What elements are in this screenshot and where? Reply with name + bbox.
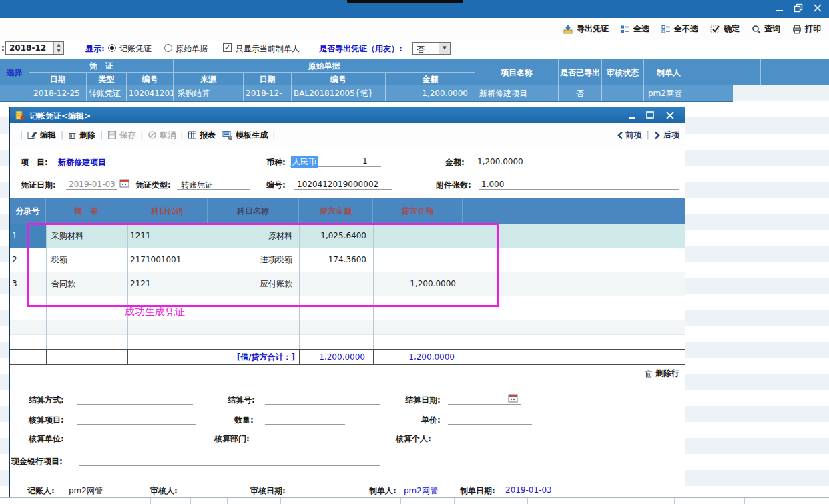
- entry-cell-name[interactable]: 原材料: [208, 224, 292, 248]
- cancel-button[interactable]: 取消: [148, 130, 176, 141]
- list-row-selected[interactable]: 2018-12-25 转账凭证 10204120186 采购结算 2018-12…: [0, 85, 733, 101]
- project-value-link[interactable]: 新桥修建项目: [58, 157, 106, 168]
- grid-header-debit: 借方金额: [299, 198, 373, 224]
- entry-row-empty[interactable]: [10, 335, 685, 349]
- cell-select[interactable]: [0, 85, 29, 101]
- only-current-checkbox[interactable]: ✓: [223, 43, 232, 52]
- price-label: 单价:: [421, 415, 441, 426]
- query-button[interactable]: 查询: [752, 23, 780, 35]
- entry-cell-summary[interactable]: 税额: [51, 248, 126, 272]
- delete-button[interactable]: 删除: [68, 130, 95, 141]
- entry-cell-no[interactable]: 3: [12, 272, 45, 296]
- prev-item-button[interactable]: 前项: [617, 130, 642, 141]
- calendar-icon[interactable]: [119, 178, 130, 190]
- spin-down-icon[interactable]: ▼: [53, 48, 63, 54]
- export-yongyou-dropdown[interactable]: 否 ▼: [412, 42, 451, 55]
- cash-bank-field[interactable]: [79, 455, 380, 466]
- dialog-titlebar[interactable]: 记帐凭证<编辑>: [10, 107, 685, 123]
- cell-no2[interactable]: BAL201812005{笔}: [292, 85, 386, 101]
- acct-dept-field[interactable]: [265, 432, 380, 443]
- voucher-no-value[interactable]: 1020412019000002: [297, 180, 378, 189]
- settle-date-label: 结算日期:: [405, 395, 441, 406]
- period-prefix-label: :: [1, 43, 5, 53]
- grid-line: [744, 498, 745, 504]
- cell-type[interactable]: 转账凭证: [87, 85, 127, 101]
- cell-date2[interactable]: 2018-12-25: [244, 85, 292, 101]
- export-voucher-button[interactable]: 导出凭证: [563, 23, 609, 35]
- entry-cell-debit[interactable]: [299, 272, 366, 296]
- calendar-icon[interactable]: [508, 393, 519, 405]
- entry-cell-code[interactable]: 2171001001: [130, 248, 206, 272]
- acct-item-field[interactable]: [77, 413, 196, 425]
- entry-cell-name[interactable]: 应付账款: [208, 272, 292, 296]
- entry-row-empty[interactable]: [10, 296, 685, 320]
- deselect-all-icon: [661, 25, 671, 34]
- attachments-field[interactable]: [479, 178, 679, 190]
- entry-cell-credit[interactable]: [373, 248, 456, 272]
- divider: |: [180, 130, 183, 140]
- cell-no1[interactable]: 10204120186: [127, 85, 174, 101]
- column-header-audit: 审核状态: [602, 59, 644, 85]
- export-voucher-label: 导出凭证: [577, 23, 609, 35]
- next-item-button[interactable]: 后项: [654, 130, 679, 141]
- restore-icon[interactable]: [794, 3, 804, 15]
- entry-cell-credit[interactable]: [373, 224, 456, 248]
- confirm-button[interactable]: 确定: [710, 23, 740, 35]
- column-header-no2: 编号: [292, 73, 386, 85]
- entry-cell-name[interactable]: 进项税额: [208, 248, 292, 272]
- grid-header-entry-no: 分录号: [10, 198, 46, 224]
- spin-up-icon[interactable]: ▲: [53, 42, 63, 48]
- entry-cell-summary[interactable]: 合同款: [51, 272, 126, 296]
- radio-original-label[interactable]: 原始单据: [176, 43, 208, 55]
- entry-cell-debit[interactable]: 1,025.6400: [299, 224, 366, 248]
- edit-button[interactable]: 编辑: [27, 130, 56, 141]
- voucher-type-value[interactable]: 转账凭证: [181, 180, 213, 191]
- entry-cell-no[interactable]: 2: [12, 248, 45, 272]
- price-field[interactable]: [448, 413, 532, 425]
- acct-unit-field[interactable]: [77, 432, 196, 443]
- attachments-value[interactable]: 1.000: [481, 180, 504, 189]
- cell-date1[interactable]: 2018-12-25: [29, 85, 87, 101]
- bookkeeper-value: pm2网管: [69, 485, 103, 497]
- dialog-close-icon[interactable]: [665, 110, 675, 123]
- minimize-icon[interactable]: [775, 3, 784, 15]
- currency-value[interactable]: 人民币: [291, 156, 318, 168]
- entry-cell-code[interactable]: 2121: [130, 272, 206, 296]
- entry-cell-no[interactable]: 1: [10, 224, 46, 248]
- main-titlebar: [0, 0, 829, 18]
- print-button[interactable]: 打印: [792, 23, 821, 35]
- cell-amount[interactable]: 1,200.0000: [386, 85, 475, 101]
- dialog-minimize-icon[interactable]: [627, 110, 637, 123]
- report-button[interactable]: 报表: [188, 130, 216, 141]
- deselect-all-button[interactable]: 全不选: [661, 23, 698, 35]
- entry-cell-code[interactable]: 1211: [130, 224, 206, 248]
- radio-original[interactable]: [164, 44, 172, 52]
- filter-row: : 2018-12 ▲ ▼ 显示: 记账凭证 原始单据 ✓ 只显示当前制单人 是…: [0, 40, 829, 57]
- dialog-maximize-icon[interactable]: [645, 110, 655, 123]
- select-all-button[interactable]: 全选: [621, 23, 649, 35]
- acct-person-field[interactable]: [448, 432, 532, 443]
- chevron-down-icon[interactable]: ▼: [439, 43, 450, 54]
- close-icon[interactable]: [813, 3, 822, 15]
- radio-voucher-label[interactable]: 记账凭证: [119, 43, 152, 55]
- entry-row-empty[interactable]: [10, 320, 685, 335]
- entry-cell-summary[interactable]: 采购材料: [51, 224, 126, 248]
- cell-audit[interactable]: [602, 85, 644, 101]
- radio-voucher[interactable]: [108, 44, 116, 52]
- cell-project[interactable]: 新桥修建项目: [475, 85, 559, 101]
- column-header-exported: 是否已导出: [559, 59, 602, 85]
- entry-cell-debit[interactable]: 174.3600: [299, 248, 366, 272]
- delete-row-button[interactable]: 删除行: [645, 368, 679, 379]
- template-generate-button[interactable]: 模板生成: [222, 130, 268, 141]
- settle-no-field[interactable]: [265, 393, 380, 405]
- voucher-date-value[interactable]: 2019-01-03: [69, 180, 115, 189]
- period-spinner[interactable]: 2018-12 ▲ ▼: [5, 41, 64, 55]
- qty-field[interactable]: [265, 413, 345, 425]
- cell-maker[interactable]: pm2网管: [644, 85, 694, 101]
- column-header-blank: [694, 59, 761, 85]
- cell-exported[interactable]: 否: [559, 85, 602, 101]
- entry-cell-credit[interactable]: 1,200.0000: [373, 272, 456, 296]
- cell-source[interactable]: 采购结算: [174, 85, 244, 101]
- save-button[interactable]: 保存: [107, 130, 135, 141]
- settle-mode-field[interactable]: [77, 393, 193, 405]
